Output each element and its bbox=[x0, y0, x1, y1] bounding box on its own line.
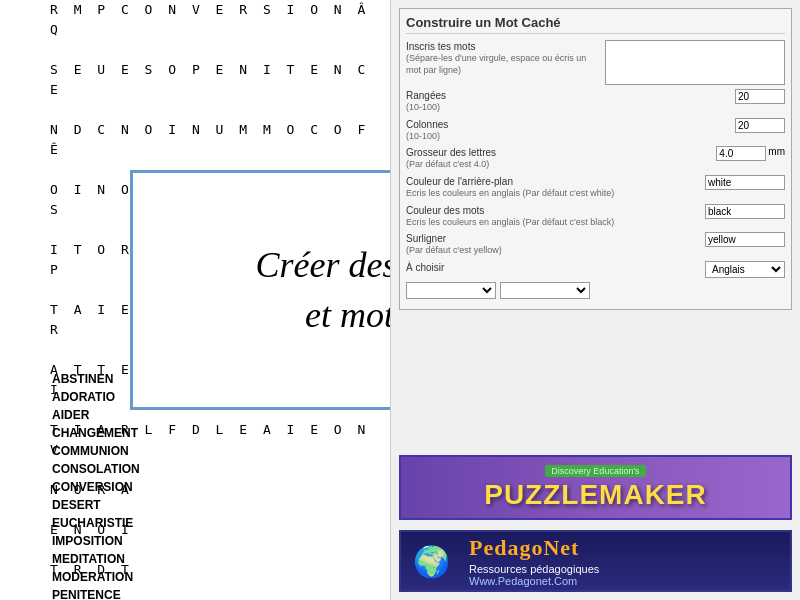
list-item: CONSOLATION bbox=[52, 460, 140, 478]
puzzlemaker-banner[interactable]: Discovery Education's PUZZLEMAKER bbox=[399, 455, 792, 520]
globe-icon: 🌍 bbox=[401, 531, 461, 591]
mouse-label: À choisir bbox=[406, 261, 705, 274]
words-label: Inscris tes mots (Sépare-les d'une virgu… bbox=[406, 40, 605, 76]
grid-row-1: R M P C O N V E R S I O N Â Q bbox=[50, 0, 390, 40]
list-item: IMPOSITION bbox=[52, 532, 140, 550]
cols-label: Colonnes (10-100) bbox=[406, 118, 735, 143]
words-row: Inscris tes mots (Sépare-les d'une virgu… bbox=[406, 40, 785, 85]
letter-size-label: Grosseur des lettres (Par défaut c'est 4… bbox=[406, 146, 716, 171]
letter-size-row: Grosseur des lettres (Par défaut c'est 4… bbox=[406, 146, 785, 171]
word-list: ABSTINEN ADORATIO AIDER CHANGEMENT COMMU… bbox=[52, 370, 140, 600]
grid-row-2: S E U E S O P E N I T E N C E bbox=[50, 60, 390, 100]
dropdown-1[interactable] bbox=[406, 282, 496, 299]
list-item: CONVERSION bbox=[52, 478, 140, 496]
highlight-label: Surligner (Par défaut c'est yellow) bbox=[406, 232, 705, 257]
bg-color-input[interactable] bbox=[705, 175, 785, 190]
overlay-dialog: Créer des mots mêlés et mots cachés bbox=[130, 170, 390, 410]
highlight-row: Surligner (Par défaut c'est yellow) bbox=[406, 232, 785, 257]
pedagoNet-url: Www.Pedagonet.Com bbox=[469, 575, 599, 587]
pedagoNet-subtitle: Ressources pédagogiques bbox=[469, 563, 599, 575]
rows-row: Rangées (10-100) bbox=[406, 89, 785, 114]
overlay-line1: Créer des mots mêlés bbox=[256, 245, 390, 285]
letter-size-unit: mm bbox=[768, 146, 785, 157]
list-item: EUCHARISTIE bbox=[52, 514, 140, 532]
rows-input[interactable] bbox=[735, 89, 785, 104]
list-item: ABSTINEN bbox=[52, 370, 140, 388]
list-item: CHANGEMENT bbox=[52, 424, 140, 442]
rows-label: Rangées (10-100) bbox=[406, 89, 735, 114]
list-item: COMMUNION bbox=[52, 442, 140, 460]
word-color-label: Couleur des mots Ecris les couleurs en a… bbox=[406, 204, 705, 229]
left-panel: R M P C O N V E R S I O N Â Q S E U E S … bbox=[0, 0, 390, 600]
word-color-row: Couleur des mots Ecris les couleurs en a… bbox=[406, 204, 785, 229]
cols-row: Colonnes (10-100) bbox=[406, 118, 785, 143]
language-select[interactable]: Anglais bbox=[705, 261, 785, 278]
discovery-label: Discovery Education's bbox=[545, 465, 645, 477]
puzzlemaker-title: PUZZLEMAKER bbox=[484, 479, 707, 511]
highlight-input[interactable] bbox=[705, 232, 785, 247]
mouse-row: À choisir Anglais bbox=[406, 261, 785, 278]
dropdown-2[interactable] bbox=[500, 282, 590, 299]
grid-row-3: N D C N O I N U M M O C O F Ê bbox=[50, 120, 390, 160]
form-title: Construire un Mot Caché bbox=[406, 15, 785, 34]
words-input[interactable] bbox=[605, 40, 785, 85]
pedagoNet-banner[interactable]: 🌍 PedagoNet Ressources pédagogiques Www.… bbox=[399, 530, 792, 592]
bg-color-row: Couleur de l'arrière-plan Ecris les coul… bbox=[406, 175, 785, 200]
cols-input[interactable] bbox=[735, 118, 785, 133]
word-color-input[interactable] bbox=[705, 204, 785, 219]
overlay-text: Créer des mots mêlés et mots cachés bbox=[256, 240, 390, 341]
pedagoNet-info: PedagoNet Ressources pédagogiques Www.Pe… bbox=[469, 535, 599, 587]
letter-size-input[interactable] bbox=[716, 146, 766, 161]
overlay-line2: et mots cachés bbox=[305, 295, 390, 335]
list-item: MEDITATION bbox=[52, 550, 140, 568]
list-item: PENITENCE bbox=[52, 586, 140, 600]
right-panel: Construire un Mot Caché Inscris tes mots… bbox=[390, 0, 800, 600]
list-item: AIDER bbox=[52, 406, 140, 424]
form-panel: Construire un Mot Caché Inscris tes mots… bbox=[399, 8, 792, 310]
pedagoNet-title: PedagoNet bbox=[469, 535, 599, 561]
bg-color-label: Couleur de l'arrière-plan Ecris les coul… bbox=[406, 175, 705, 200]
extra-dropdowns-row bbox=[406, 282, 785, 299]
list-item: ADORATIO bbox=[52, 388, 140, 406]
list-item: DESERT bbox=[52, 496, 140, 514]
puzzlemaker-content: Discovery Education's PUZZLEMAKER bbox=[484, 465, 707, 511]
list-item: MODERATION bbox=[52, 568, 140, 586]
